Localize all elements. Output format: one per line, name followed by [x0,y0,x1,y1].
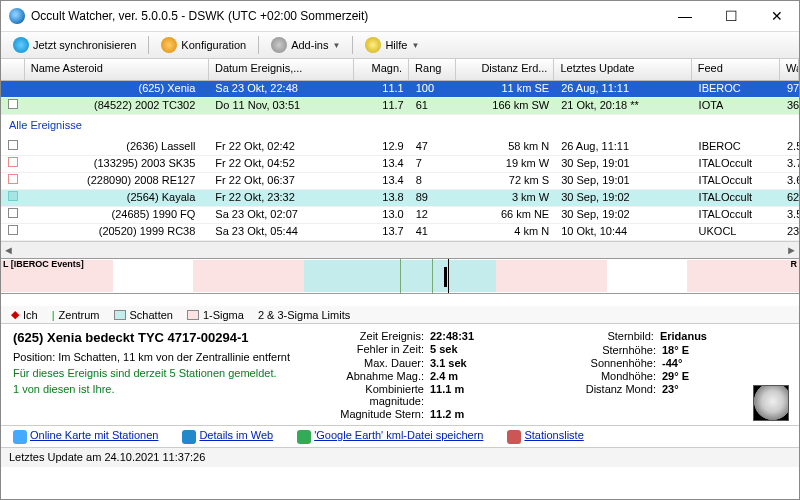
close-button[interactable]: ✕ [763,5,791,27]
earth-icon [297,430,311,444]
table-row[interactable]: (228090) 2008 RE127Fr 22 Okt, 06:3713.48… [1,173,799,190]
help-icon [365,37,381,53]
addins-icon [271,37,287,53]
addins-button[interactable]: Add-ins ▼ [265,35,346,55]
map-icon [13,430,27,444]
status-bar: Letztes Update am 24.10.2021 11:37:26 [1,447,799,467]
chart-left-label: L [IBEROC Events] [3,259,84,305]
grid-header: Name Asteroid Datum Ereignis,... Magn. R… [1,59,799,81]
table-row[interactable]: (133295) 2003 SK35Fr 22 Okt, 04:5213.471… [1,156,799,173]
table-row[interactable]: (24685) 1990 FQSa 23 Okt, 02:0713.01266 … [1,207,799,224]
sync-button[interactable]: Jetzt synchronisieren [7,35,142,55]
details-panel: (625) Xenia bedeckt TYC 4717-00294-1 Pos… [1,324,799,425]
legend-me: Ich [23,309,38,321]
toolbar: Jetzt synchronisieren Konfiguration Add-… [1,31,799,59]
app-icon [9,8,25,24]
help-label: Hilfe [385,39,407,51]
legend-center: Zentrum [59,309,100,321]
config-label: Konfiguration [181,39,246,51]
window-title: Occult Watcher, ver. 5.0.0.5 - DSWK (UTC… [31,9,671,23]
table-row[interactable]: (625) XeniaSa 23 Okt, 22:4811.110011 km … [1,81,799,98]
col-dist[interactable]: Distanz Erd... [456,59,554,80]
sync-label: Jetzt synchronisieren [33,39,136,51]
sync-icon [13,37,29,53]
col-feed[interactable]: Feed [692,59,780,80]
observer-marker [444,267,447,287]
legend: ◆Ich |Zentrum Schatten 1-Sigma 2 & 3-Sig… [1,306,799,324]
yours-text: 1 von diesen ist Ihre. [13,383,303,395]
moon-phase-icon [753,385,789,421]
links-bar: Online Karte mit Stationen Details im We… [1,425,799,447]
link-stations[interactable]: Stationsliste [524,429,583,441]
col-mag[interactable]: Magn. [354,59,409,80]
col-upd[interactable]: Letztes Update [554,59,691,80]
all-events-header: Alle Ereignisse [1,115,799,139]
col-name[interactable]: Name Asteroid [25,59,209,80]
table-row[interactable]: (2636) LassellFr 22 Okt, 02:4212.94758 k… [1,139,799,156]
position-text: Position: Im Schatten, 11 km von der Zen… [13,351,303,363]
help-button[interactable]: Hilfe ▼ [359,35,425,55]
stations-text: Für dieses Ereignis sind derzeit 5 Stati… [13,367,303,379]
table-row[interactable]: (2564) KayalaFr 22 Okt, 23:3213.8893 km … [1,190,799,207]
link-kml[interactable]: 'Google Earth' kml-Datei speichern [314,429,483,441]
event-grid: Name Asteroid Datum Ereignis,... Magn. R… [1,59,799,258]
path-chart[interactable]: L [IBEROC Events] R [1,258,799,294]
event-title: (625) Xenia bedeckt TYC 4717-00294-1 [13,330,303,345]
col-prob[interactable]: Wahr... [780,59,799,80]
config-button[interactable]: Konfiguration [155,35,252,55]
chart-right-label: R [791,259,798,305]
col-rank[interactable]: Rang [409,59,456,80]
link-online-map[interactable]: Online Karte mit Stationen [30,429,158,441]
maximize-button[interactable]: ☐ [717,5,745,27]
chevron-down-icon: ▼ [411,41,419,50]
legend-sigma1: 1-Sigma [203,309,244,321]
col-date[interactable]: Datum Ereignis,... [209,59,354,80]
list-icon [507,430,521,444]
titlebar: Occult Watcher, ver. 5.0.0.5 - DSWK (UTC… [1,1,799,31]
chevron-down-icon: ▼ [332,41,340,50]
horizontal-scrollbar[interactable]: ◄► [1,241,799,258]
gear-icon [161,37,177,53]
legend-sigma23: 2 & 3-Sigma Limits [258,309,350,321]
table-row[interactable]: (84522) 2002 TC302Do 11 Nov, 03:5111.761… [1,98,799,115]
legend-shadow: Schatten [130,309,173,321]
minimize-button[interactable]: — [671,5,699,27]
grid-body: (625) XeniaSa 23 Okt, 22:4811.110011 km … [1,81,799,241]
addins-label: Add-ins [291,39,328,51]
web-icon [182,430,196,444]
table-row[interactable]: (20520) 1999 RC38Sa 23 Okt, 05:4413.7414… [1,224,799,241]
link-web-details[interactable]: Details im Web [199,429,273,441]
